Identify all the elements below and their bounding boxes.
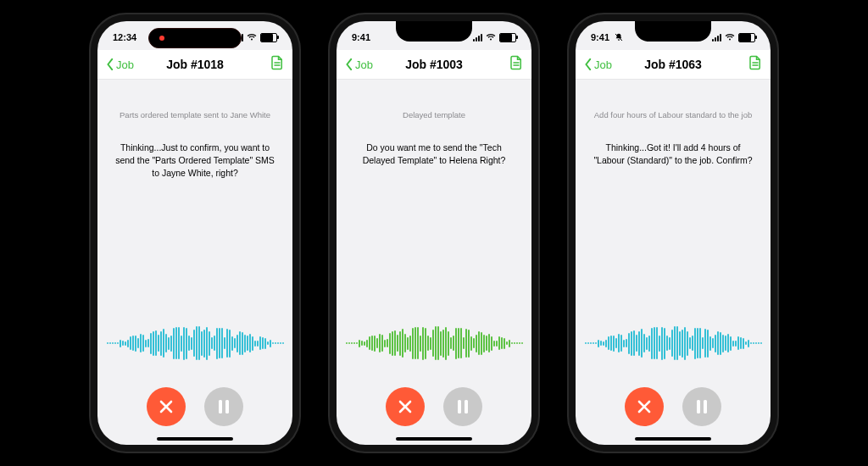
phone-frame: 9:41 Job Job #1003 Delayed template [328,13,540,453]
waveform-icon [585,323,762,363]
svg-rect-5 [704,400,707,413]
context-note: Parts ordered template sent to Jane Whit… [111,110,279,119]
waveform-area [111,318,279,369]
home-indicator[interactable] [396,437,472,441]
content-area: Add four hours of Labour standard to the… [576,80,771,445]
chevron-left-icon [106,58,114,70]
x-icon [636,398,653,415]
document-icon[interactable] [509,55,523,74]
back-button[interactable]: Job [584,58,612,71]
status-time: 12:34 [113,32,136,42]
bell-slash-icon [615,33,623,42]
pause-icon [695,399,709,414]
page-title: Job #1018 [166,58,224,71]
stage: 12:34 Job Job #1018 Parts or [0,0,868,466]
wifi-icon [725,33,735,42]
chevron-left-icon [584,58,593,70]
waveform-area [589,318,757,369]
chevron-left-icon [345,58,353,70]
assistant-message: Thinking...Just to confirm, you want to … [111,141,279,180]
voice-controls [111,369,279,445]
battery-icon [499,33,516,42]
phone-screen: 9:41 Job Job #1003 Delayed template [337,21,531,445]
document-icon[interactable] [270,55,284,74]
cancel-button[interactable] [386,387,425,426]
status-icons [473,33,516,42]
voice-controls [350,369,518,445]
status-time: 9:41 [591,32,609,42]
home-indicator[interactable] [635,437,711,441]
back-label: Job [116,58,134,71]
svg-rect-2 [458,400,461,413]
waveform-icon [107,323,284,363]
page-title: Job #1063 [644,58,702,71]
cancel-button[interactable] [147,387,186,426]
document-icon[interactable] [748,55,762,74]
pause-icon [456,399,470,414]
waveform-area [350,318,518,369]
battery-icon [260,33,277,42]
back-label: Job [355,58,373,71]
svg-rect-0 [219,400,222,413]
assistant-message: Do you want me to send the "Tech Delayed… [350,141,518,167]
notch [396,21,472,42]
nav-bar: Job Job #1018 [97,50,292,80]
x-icon [158,398,175,415]
x-icon [397,398,414,415]
wifi-icon [486,33,496,42]
svg-rect-3 [465,400,468,413]
back-button[interactable]: Job [345,58,373,71]
pause-icon [217,399,231,414]
phone-screen: 12:34 Job Job #1018 Parts or [97,21,292,445]
battery-icon [738,33,755,42]
cell-signal-icon [473,34,482,42]
cell-signal-icon [712,34,721,42]
svg-rect-1 [225,400,229,413]
back-button[interactable]: Job [106,58,134,71]
status-time: 9:41 [352,32,370,42]
dynamic-island [148,28,242,48]
waveform-icon [346,323,523,363]
content-area: Parts ordered template sent to Jane Whit… [97,80,292,445]
nav-bar: Job Job #1003 [337,50,531,80]
pause-button[interactable] [682,387,721,426]
content-area: Delayed template Do you want me to send … [337,80,531,445]
back-label: Job [594,58,612,71]
svg-rect-4 [697,400,700,413]
wifi-icon [247,33,257,42]
assistant-message: Thinking...Got it! I'll add 4 hours of "… [589,141,757,167]
cancel-button[interactable] [625,387,664,426]
voice-controls [589,369,757,445]
context-note: Add four hours of Labour standard to the… [589,110,757,119]
phone-screen: 9:41 Job Job #1063 [576,21,771,445]
pause-button[interactable] [204,387,243,426]
nav-bar: Job Job #1063 [576,50,771,80]
recording-indicator-icon [159,36,164,41]
pause-button[interactable] [443,387,482,426]
status-icons [712,33,755,42]
context-note: Delayed template [350,110,518,119]
notch [635,21,711,42]
phone-frame: 9:41 Job Job #1063 [567,13,779,453]
home-indicator[interactable] [157,437,233,441]
page-title: Job #1003 [405,58,463,71]
phone-frame: 12:34 Job Job #1018 Parts or [89,13,301,453]
